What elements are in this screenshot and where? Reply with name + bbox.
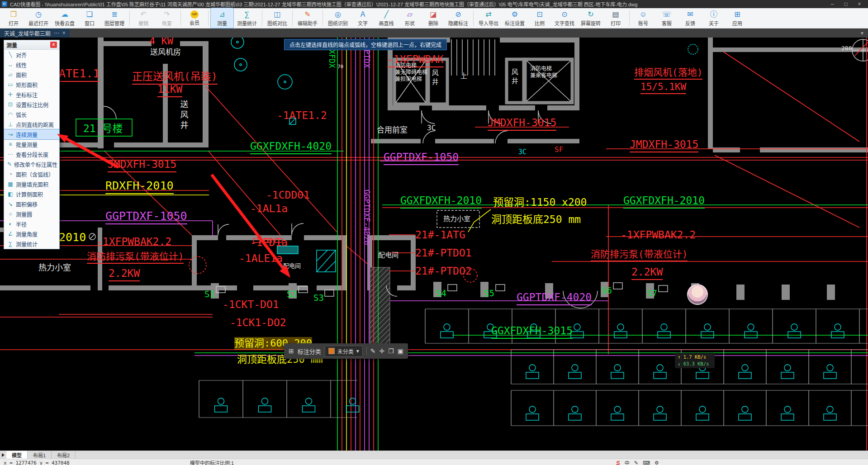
measure-item-area[interactable]: ▱面积 [4,70,59,80]
toolbar-measure-button[interactable]: ⊿测量 [210,8,234,28]
measure-item-scale-setting[interactable]: ⊡设置标注比例 [4,100,59,109]
toolbar-vip-button[interactable]: VIP会员 [183,8,206,28]
copy-icon[interactable]: ❐ [388,347,394,355]
measure-item-arc-length[interactable]: ◠弧长 [4,109,59,119]
toolbar-undo-button[interactable]: ↶撤销 [132,8,155,28]
category-color-swatch [328,348,335,354]
tab-list-caret-icon[interactable]: ▼ [856,28,868,38]
green-piping [59,38,868,451]
cad-canvas[interactable]: 4 KW送风机房正压送风机(吊装)11KWATE1.121 号楼送风井JMDXF… [0,38,868,451]
sheet-tab-布局2[interactable]: 布局2 [52,451,76,459]
toolbar-screen-rotate-button[interactable]: ↻屏幕旋转 [578,8,604,28]
toolbar-apps-button[interactable]: ⊞应用 [726,8,749,28]
measure-panel-titlebar[interactable]: 测量 × [4,40,59,50]
measure-item-area-arc[interactable]: ◔面积（含弧线） [4,169,59,179]
measure-panel-close-icon[interactable]: × [50,42,57,48]
toolbar-label: 屏幕旋转 [581,19,601,27]
toolbar-draw-line-button[interactable]: ╱画直线 [375,8,398,28]
toolbar-import-export-button[interactable]: ⇄导入导出 [475,8,502,28]
measure-item-modify-single[interactable]: ✎修改单个标注属性 [4,159,59,169]
move-icon[interactable]: ✛ [379,347,385,355]
fill-area-icon: ▦ [7,181,14,187]
point-to-line-icon: ⊥ [7,121,14,128]
toolbar-edit-assistant-button[interactable]: ✎编辑助手 [294,8,321,28]
measure-item-area-offset[interactable]: ↘面积偏移 [4,199,59,209]
toolbar-recognize-button[interactable]: ◎图纸识别 [325,8,351,28]
toolbar-delete-button[interactable]: ◪删除 [422,8,445,28]
measure-item-stats[interactable]: ∑测量统计 [4,239,59,249]
sheet-nav-arrow[interactable] [0,451,6,459]
toolbar-cloud-button[interactable]: ☁快看云盘 [52,8,78,28]
toolbar-open-button[interactable]: ❒打开 [2,8,25,28]
toolbar-account-button[interactable]: ☺账号 [631,8,655,28]
toolbox-icon[interactable]: ⚙ [655,460,659,465]
sheet-tab-布局1[interactable]: 布局1 [28,451,52,459]
user-avatar[interactable] [687,284,708,305]
measure-item-radius[interactable]: ◐半径 [4,219,59,229]
toolbar-annotation-settings-button[interactable]: ⚙标注设置 [502,8,528,28]
measure-item-label: 测量填充面积 [16,180,48,188]
frame-icon[interactable]: ▣ [398,347,403,355]
doc-tab-more-icon[interactable]: ⋯ [54,30,59,36]
toolbar-label: 恢复 [162,19,172,27]
cad-drawing [0,38,868,451]
edit-annotation-icon[interactable]: ✎ [370,347,376,355]
minimize-button[interactable]: – [825,0,839,8]
grid-icon[interactable]: ⊞ [289,347,294,355]
measure-item-label: 面积（含弧线） [16,171,54,178]
side-area-icon: ◧ [7,191,14,197]
measure-item-coordinate[interactable]: ✛坐标标注 [4,90,59,100]
toolbar-label: 测量 [217,19,227,27]
toolbar-measure-stats-button[interactable]: ∑测量统计 [234,8,260,28]
maximize-button[interactable]: □ [839,0,853,8]
toolbar-hide-annotation-button[interactable]: ⊘隐藏标注 [445,8,471,28]
measure-item-angle[interactable]: ∠测量角度 [4,229,59,239]
pen-icon[interactable]: ✎ [634,460,638,465]
toolbar-recent-button[interactable]: ◷最近打开 [25,8,52,28]
toolbar-shapes-button[interactable]: ▱形状 [398,8,422,28]
measure-item-side-area[interactable]: ◧计算侧面积 [4,189,59,199]
toolbar-label: 删除 [428,19,438,27]
undo-icon: ↶ [140,10,146,19]
toolbar-label: 客服 [662,19,672,27]
scale-icon: ⊡ [536,10,542,19]
toolbar-redo-button[interactable]: ↷恢复 [155,8,179,28]
sogou-logo-icon[interactable]: S [616,460,620,465]
toolbar-scale-button[interactable]: ⊡比例 [528,8,551,28]
toolbar-print-button[interactable]: ▤打印 [604,8,627,28]
keyboard-icon[interactable]: ⌨ [643,460,650,465]
measure-item-segment-length[interactable]: ⋯查看分段长度 [4,149,59,159]
toolbar-compare-button[interactable]: ◫图纸对比 [264,8,290,28]
measure-item-label: 查看分段长度 [16,151,48,158]
measure-item-batch[interactable]: ≡批量测量 [4,139,59,149]
toolbar-window-button[interactable]: ❏窗口 [78,8,101,28]
measure-item-rect-area[interactable]: ▭矩形面积 [4,80,59,90]
text-icon: A [360,10,365,19]
toolbar-layers-button[interactable]: ≣图层管理 [101,8,128,28]
toolbar-text-search-button[interactable]: ⊙文字查找 [551,8,578,28]
measure-item-point-to-line[interactable]: ⊥点到直线的距离 [4,119,59,129]
doc-tab-close-icon[interactable]: × [62,30,66,36]
measure-item-continuous[interactable]: ↝连续测量 [4,129,59,139]
measure-item-linear[interactable]: ↔线性 [4,60,59,70]
toolbar-divider [323,10,323,26]
toolbar-label: 图纸识别 [328,19,348,27]
category-dropdown[interactable]: 未分类 ▾ [325,346,363,357]
sheet-tab-模型[interactable]: 模型 [6,451,28,459]
measure-item-align[interactable]: ╲对齐 [4,50,59,60]
toolbar-feedback-button[interactable]: ✉反馈 [678,8,702,28]
toolbar-text-button[interactable]: A文字 [351,8,375,28]
doc-tab-active[interactable]: 天诚_龙域华都三期 ⋯ × [0,28,70,38]
measure-item-circle[interactable]: ○测量圆 [4,209,59,219]
segment-length-icon: ⋯ [7,151,14,157]
measure-item-fill-area[interactable]: ▦测量填充面积 [4,179,59,189]
divider [366,347,367,355]
rect-area-icon: ▭ [7,81,14,88]
measure-stats-icon: ∑ [244,10,249,19]
toolbar-support-button[interactable]: ☏客服 [655,8,678,28]
measure-item-label: 连续测量 [16,131,38,138]
chinese-mode-icon[interactable]: 中 [625,459,630,465]
close-button[interactable]: × [853,0,866,8]
toolbar-about-button[interactable]: ⓘ关于 [702,8,726,28]
toolbar-label: 反馈 [685,19,695,27]
